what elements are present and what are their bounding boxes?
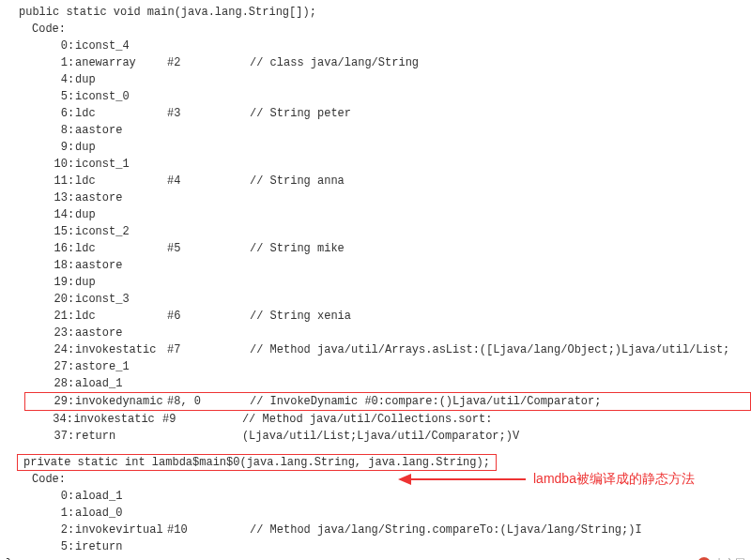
bytecode-row: 2: invokevirtual#10// Method java/lang/S… bbox=[6, 522, 751, 538]
bytecode-row: 24: invokestatic#7// Method java/util/Ar… bbox=[6, 341, 751, 358]
bytecode-row: 16: ldc#5// String mike bbox=[6, 240, 751, 257]
watermark: 中文网 bbox=[697, 556, 745, 560]
closing-brace: } bbox=[6, 555, 751, 560]
bytecode-row: 1: aload_0 bbox=[6, 505, 751, 522]
method2-bytecode: 0: aload_11: aload_02: invokevirtual#10/… bbox=[6, 488, 751, 555]
bytecode-row: 0: aload_1 bbox=[6, 488, 751, 505]
bytecode-row: 34: invokestatic#9// Method java/util/Co… bbox=[6, 411, 751, 428]
svg-marker-1 bbox=[398, 474, 411, 485]
bytecode-row: 20: iconst_3 bbox=[6, 291, 751, 308]
arrow-left-icon bbox=[396, 471, 528, 488]
bytecode-row: 23: aastore bbox=[6, 325, 751, 341]
bytecode-row: 9: dup bbox=[6, 139, 751, 156]
method1-signature: public static void main(java.lang.String… bbox=[6, 4, 751, 21]
bytecode-row: 28: aload_1 bbox=[6, 375, 751, 392]
bytecode-row: 11: ldc#4// String anna bbox=[6, 173, 751, 189]
lambda-annotation: lamdba被编译成的静态方法 bbox=[396, 471, 695, 488]
bytecode-row: 13: aastore bbox=[6, 189, 751, 206]
bytecode-row: 0: iconst_4 bbox=[6, 38, 751, 54]
bytecode-row: 21: ldc#6// String xenia bbox=[6, 308, 751, 325]
watermark-logo-icon bbox=[697, 557, 711, 561]
bytecode-row: 1: anewarray#2// class java/lang/String bbox=[6, 54, 751, 71]
bytecode-row: 15: iconst_2 bbox=[6, 223, 751, 240]
bytecode-row: 4: dup bbox=[6, 71, 751, 88]
bytecode-row: 5: ireturn bbox=[6, 538, 751, 555]
bytecode-row: 29: invokedynamic#8, 0// InvokeDynamic #… bbox=[24, 392, 751, 411]
bytecode-row: 14: dup bbox=[6, 206, 751, 223]
bytecode-row: 19: dup bbox=[6, 274, 751, 291]
bytecode-row: 27: astore_1 bbox=[6, 358, 751, 375]
bytecode-row: 5: iconst_0 bbox=[6, 88, 751, 105]
bytecode-row: 8: aastore bbox=[6, 122, 751, 139]
watermark-text: 中文网 bbox=[714, 556, 745, 560]
bytecode-row: 10: iconst_1 bbox=[6, 156, 751, 173]
bytecode-row: 6: ldc#3// String peter bbox=[6, 105, 751, 122]
annotation-text: lamdba被编译成的静态方法 bbox=[533, 471, 695, 488]
method2-signature-highlight: private static int lambda$main$0(java.la… bbox=[17, 454, 497, 471]
method1-code-label: Code: bbox=[6, 21, 751, 38]
method1-bytecode: 0: iconst_41: anewarray#2// class java/l… bbox=[6, 38, 751, 445]
bytecode-row: 18: aastore bbox=[6, 257, 751, 274]
